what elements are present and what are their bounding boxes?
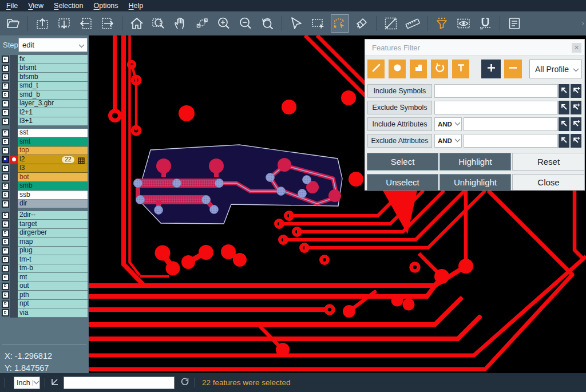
pan-hand-button[interactable] <box>171 14 189 33</box>
highlight-button[interactable]: Highlight <box>440 153 511 171</box>
layer-visibility-checkbox[interactable] <box>2 118 9 125</box>
toolbar-overflow-chevron-icon[interactable]: › <box>581 18 584 27</box>
layer-name-strip[interactable]: ssb <box>18 191 88 200</box>
layer-visibility-checkbox[interactable] <box>2 183 9 190</box>
select-button[interactable]: Select <box>367 153 438 171</box>
menu-file[interactable]: File <box>1 1 23 11</box>
filter-row-label[interactable]: Include Symbols <box>367 84 432 98</box>
remove-filter-button[interactable] <box>504 60 522 78</box>
filter-row-label[interactable]: Include Attributes <box>367 117 432 131</box>
layer-visibility-checkbox[interactable] <box>2 247 9 255</box>
layer-visibility-checkbox[interactable] <box>2 291 9 299</box>
zoom-dynamic-button[interactable] <box>193 14 211 33</box>
select-arrow-button[interactable] <box>287 14 306 33</box>
show-selection-button[interactable] <box>454 14 473 33</box>
command-input[interactable] <box>64 377 175 389</box>
open-folder-button[interactable] <box>4 14 22 33</box>
filter-value-input[interactable] <box>464 134 558 148</box>
layer-visibility-checkbox[interactable] <box>2 238 9 246</box>
unhighlight-button[interactable]: Unhighlight <box>440 174 511 191</box>
layer-name-strip[interactable]: l222 <box>18 155 88 164</box>
step-select[interactable]: edit <box>18 38 88 52</box>
layer-name-strip[interactable]: layer_3.gbr <box>18 100 88 109</box>
layer-visibility-checkbox[interactable] <box>2 91 9 98</box>
layer-visibility-checkbox[interactable] <box>2 147 9 155</box>
layer-visibility-checkbox[interactable] <box>2 173 9 181</box>
layer-visibility-checkbox[interactable] <box>2 82 9 90</box>
layer-visibility-checkbox[interactable] <box>2 129 9 137</box>
layer-visibility-checkbox[interactable] <box>2 165 9 172</box>
and-or-select[interactable]: AND <box>434 134 462 148</box>
surface-feature-button[interactable] <box>410 60 427 78</box>
pick-button[interactable] <box>559 134 569 148</box>
import-left-button[interactable] <box>77 14 95 33</box>
zoom-out-button[interactable] <box>236 14 255 33</box>
layer-name-strip[interactable]: fx <box>18 55 88 64</box>
unselect-button[interactable]: Unselect <box>367 174 438 191</box>
units-select[interactable]: Inch <box>14 377 40 389</box>
profile-select[interactable]: All Profile <box>529 60 582 78</box>
layer-name-strip[interactable]: out <box>18 282 88 291</box>
polygon-select-button[interactable] <box>331 14 349 33</box>
pick-add-button[interactable] <box>571 101 581 114</box>
pad-feature-button[interactable] <box>389 60 406 78</box>
layer-visibility-checkbox[interactable] <box>2 156 9 163</box>
layer-name-strip[interactable]: smd_b <box>18 90 88 100</box>
import-bottom-button[interactable] <box>55 14 73 33</box>
features-filter-button[interactable] <box>433 14 451 33</box>
layer-visibility-checkbox[interactable] <box>2 200 9 208</box>
reset-button[interactable]: Reset <box>512 153 585 171</box>
layer-name-strip[interactable]: target <box>18 220 88 229</box>
filter-value-input[interactable] <box>434 84 558 98</box>
and-or-select[interactable]: AND <box>434 117 462 131</box>
dialog-title-bar[interactable]: Features Filter ✕ <box>365 39 584 56</box>
layer-visibility-checkbox[interactable] <box>2 65 9 72</box>
arc-feature-button[interactable] <box>431 60 448 78</box>
layer-name-strip[interactable]: mt <box>18 273 88 282</box>
zoom-area-button[interactable] <box>149 14 168 33</box>
pick-add-button[interactable] <box>571 84 581 98</box>
layer-visibility-checkbox[interactable] <box>2 191 9 199</box>
close-button[interactable]: Close <box>512 174 585 191</box>
layer-visibility-checkbox[interactable] <box>2 138 9 145</box>
layer-name-strip[interactable]: top <box>18 146 88 156</box>
snap-angle-icon[interactable] <box>50 377 60 389</box>
pick-add-button[interactable] <box>571 117 581 131</box>
layer-name-strip[interactable]: bfsmb <box>18 73 88 82</box>
filter-value-input[interactable] <box>464 117 558 131</box>
layer-name-strip[interactable]: tm-b <box>18 264 88 274</box>
report-button[interactable] <box>505 14 524 33</box>
layer-visibility-checkbox[interactable] <box>2 229 9 237</box>
menu-options[interactable]: Options <box>88 1 123 11</box>
import-top-button[interactable] <box>33 14 52 33</box>
import-right-button[interactable] <box>98 14 117 33</box>
clean-brush-button[interactable] <box>353 14 371 33</box>
layer-visibility-checkbox[interactable] <box>2 73 9 81</box>
ruler-button[interactable] <box>403 14 422 33</box>
filter-value-input[interactable] <box>434 101 558 114</box>
layer-name-strip[interactable]: smb <box>18 182 88 191</box>
layer-visibility-checkbox[interactable] <box>2 274 9 281</box>
layer-visibility-checkbox[interactable] <box>2 300 9 308</box>
layer-name-strip[interactable]: smt <box>18 137 88 146</box>
dialog-close-button[interactable]: ✕ <box>572 43 581 53</box>
menu-view[interactable]: View <box>23 1 49 11</box>
layer-name-strip[interactable]: via <box>18 308 88 318</box>
layer-name-strip[interactable]: bot <box>18 173 88 182</box>
layer-visibility-checkbox[interactable] <box>2 56 9 63</box>
text-feature-button[interactable] <box>452 60 469 78</box>
layer-visibility-checkbox[interactable] <box>2 109 9 116</box>
measure-line-button[interactable] <box>382 14 400 33</box>
layer-name-strip[interactable]: smd_t <box>18 82 88 91</box>
filter-row-label[interactable]: Exclude Symbols <box>367 101 432 114</box>
menu-help[interactable]: Help <box>124 1 149 11</box>
layer-visibility-checkbox[interactable] <box>2 256 9 263</box>
layer-name-strip[interactable]: bfsmt <box>18 64 88 73</box>
rect-select-button[interactable] <box>309 14 327 33</box>
layer-visibility-checkbox[interactable] <box>2 100 9 108</box>
menu-selection[interactable]: Selection <box>49 1 88 11</box>
layer-name-strip[interactable]: map <box>18 237 88 247</box>
home-button[interactable] <box>128 14 146 33</box>
layer-name-strip[interactable]: l3 <box>18 164 88 173</box>
zoom-previous-button[interactable] <box>258 14 276 33</box>
